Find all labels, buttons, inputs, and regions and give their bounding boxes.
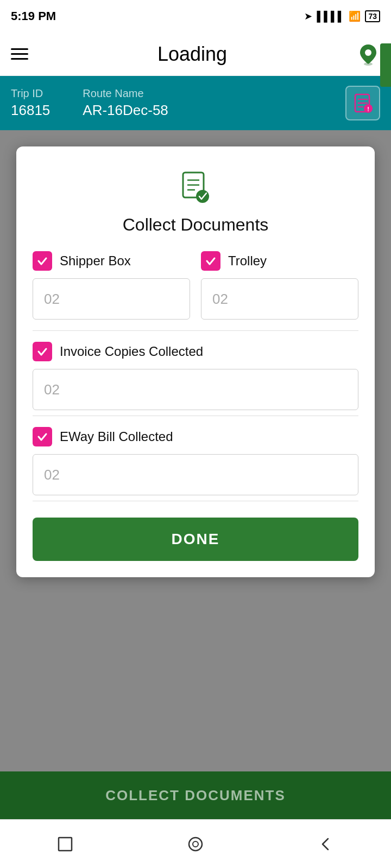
location-icon[interactable] — [356, 42, 380, 66]
collect-documents-bar[interactable]: COLLECT DOCUMENTS — [0, 771, 391, 819]
route-name-label: Route Name — [83, 87, 168, 100]
svg-point-14 — [189, 838, 202, 851]
svg-point-15 — [193, 841, 198, 847]
collect-documents-modal: Collect Documents Shipper Box — [16, 146, 375, 577]
trolley-input[interactable] — [201, 278, 358, 320]
hamburger-menu[interactable] — [11, 48, 28, 60]
divider-3 — [33, 501, 358, 501]
eway-checkbox-row: EWay Bill Collected — [33, 427, 358, 446]
battery-indicator: 73 — [365, 10, 380, 22]
trolley-checkbox[interactable] — [201, 251, 220, 271]
trip-id-value: 16815 — [11, 102, 50, 119]
svg-point-12 — [196, 190, 209, 203]
eway-input[interactable] — [33, 454, 358, 495]
nav-home-button[interactable] — [182, 831, 209, 858]
invoice-label: Invoice Copies Collected — [60, 344, 203, 359]
eway-section: EWay Bill Collected — [33, 427, 358, 495]
page-title: Loading — [157, 43, 227, 66]
status-bar: 5:19 PM ➤ ▌▌▌▌ 📶 73 — [0, 0, 391, 33]
divider-1 — [33, 330, 358, 331]
divider-2 — [33, 416, 358, 416]
shipper-box-checkbox-row: Shipper Box — [33, 251, 190, 271]
svg-point-1 — [365, 49, 371, 56]
navigation-bar — [0, 819, 391, 868]
trolley-label: Trolley — [228, 253, 267, 269]
status-time: 5:19 PM — [11, 9, 56, 23]
trolley-checkbox-row: Trolley — [201, 251, 358, 271]
svg-rect-13 — [59, 838, 72, 851]
location-status-icon: ➤ — [304, 10, 312, 22]
top-bar: Loading — [0, 33, 391, 76]
trip-info: Trip ID 16815 Route Name AR-16Dec-58 — [11, 87, 345, 119]
nav-square-button[interactable] — [52, 831, 79, 858]
shipper-box-col: Shipper Box — [33, 251, 190, 320]
invoice-input[interactable] — [33, 369, 358, 410]
signal-icon: ▌▌▌▌ — [317, 11, 344, 22]
green-accent — [380, 43, 391, 87]
shipper-box-checkbox[interactable] — [33, 251, 52, 271]
invoice-checkbox[interactable] — [33, 342, 52, 361]
trolley-col: Trolley — [201, 251, 358, 320]
invoice-section: Invoice Copies Collected — [33, 342, 358, 410]
trip-id-label: Trip ID — [11, 87, 50, 100]
shipper-trolley-checkboxes: Shipper Box Trolley — [33, 251, 358, 320]
trip-id-col: Trip ID 16815 — [11, 87, 50, 119]
done-button[interactable]: DONE — [33, 518, 358, 561]
shipper-box-label: Shipper Box — [60, 253, 131, 269]
route-name-value: AR-16Dec-58 — [83, 102, 168, 119]
shipper-box-input[interactable] — [33, 278, 190, 320]
svg-text:!: ! — [367, 106, 369, 112]
nav-back-button[interactable] — [312, 831, 339, 858]
trip-bar: Trip ID 16815 Route Name AR-16Dec-58 ! — [0, 76, 391, 130]
trip-doc-icon: ! — [345, 86, 380, 120]
modal-title: Collect Documents — [123, 215, 269, 235]
eway-checkbox[interactable] — [33, 427, 52, 446]
status-icons: ➤ ▌▌▌▌ 📶 73 — [304, 10, 380, 22]
document-icon — [176, 168, 215, 208]
eway-label: EWay Bill Collected — [60, 429, 173, 444]
page-background: Collect Documents Shipper Box — [0, 130, 391, 819]
collect-documents-label: COLLECT DOCUMENTS — [105, 787, 286, 804]
invoice-checkbox-row: Invoice Copies Collected — [33, 342, 358, 361]
route-name-col: Route Name AR-16Dec-58 — [83, 87, 168, 119]
wifi-icon: 📶 — [349, 10, 361, 22]
modal-header: Collect Documents — [33, 168, 358, 235]
